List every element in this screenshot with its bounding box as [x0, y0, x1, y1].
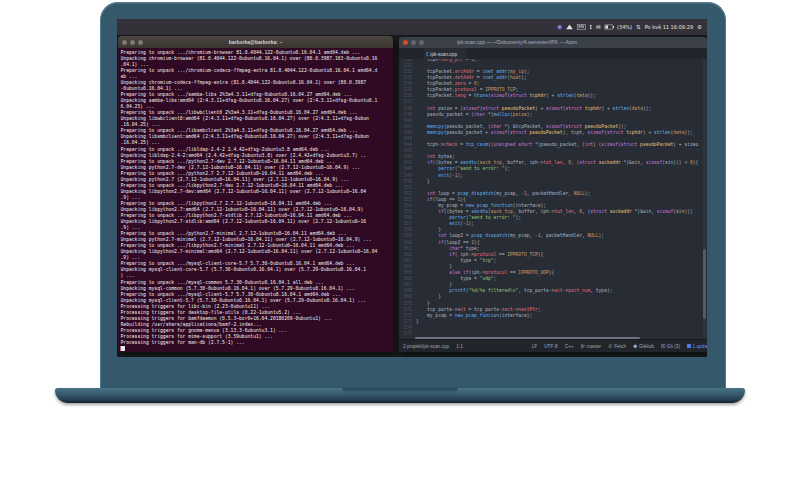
status-cursor-position[interactable]: 1:1: [456, 343, 463, 349]
git-branch-icon: [581, 344, 586, 349]
vertical-scrollbar[interactable]: [703, 59, 706, 340]
status-fetch-button[interactable]: Fetch: [608, 343, 626, 349]
laptop-screen: EN ✉ (34%) ⇅ Po kvě 11 16:09:29 ⚙ barbor…: [117, 19, 707, 357]
battery-percent-label: (34%): [617, 24, 632, 30]
app-indicator-icon[interactable]: [557, 25, 562, 30]
terminal-line: Unpacking libpython2.7-dev:amd64 (2.7.12…: [121, 188, 394, 194]
c-file-icon: C: [426, 51, 429, 57]
terminal-line: Unpacking mysql-client-core-5.7 (5.7.30-…: [121, 267, 394, 273]
terminal-output: Preparing to unpack .../chromium-browser…: [118, 48, 393, 352]
github-icon: [633, 344, 638, 349]
clock[interactable]: Po kvě 11 16:09:29: [645, 24, 693, 30]
atom-titlebar[interactable]: ipk-scan.cpp — ~/Dokumenty/4.semester/IP…: [399, 37, 707, 48]
tab-label: ipk-scan.cpp: [430, 51, 457, 57]
atom-close-button[interactable]: [403, 40, 408, 45]
terminal-line: Preparing to unpack .../chromium-codecs-…: [121, 67, 394, 73]
status-line-ending[interactable]: LF: [532, 343, 538, 349]
terminal-title: barborka@barborka: ~: [118, 36, 393, 48]
code-editor[interactable]: 530 tcph->urg_ptr = 0;531532 tcpPacket.s…: [399, 59, 707, 340]
status-git-button[interactable]: Git (3): [661, 343, 680, 349]
terminal-line: Unpacking chromium-codecs-ffmpeg-extra (…: [121, 79, 394, 85]
laptop-base-notch: [342, 388, 458, 393]
page: EN ✉ (34%) ⇅ Po kvě 11 16:09:29 ⚙ barbor…: [0, 0, 800, 477]
mail-icon[interactable]: ✉: [596, 24, 601, 30]
terminal-titlebar[interactable]: barborka@barborka: ~: [118, 36, 393, 48]
terminal-line: Unpacking libpython2.7:amd64 (2.7.12-1ub…: [121, 206, 394, 212]
terminal-cursor-line: [121, 345, 394, 352]
terminal-line: Unpacking libldap-2.4-2:amd64 (2.4.42+df…: [121, 152, 394, 158]
terminal-line: Unpacking libpython2.7-stdlib:amd64 (2.7…: [121, 218, 394, 224]
code-line: 542 memcpy(pseudo_packet + sizeof(struct…: [399, 129, 707, 135]
code-line: 575: [399, 330, 707, 336]
wifi-icon[interactable]: [566, 25, 573, 30]
terminal-line: Unpacking libsmbclient:amd64 (2:4.3.11+d…: [121, 134, 394, 140]
terminal-cursor: [121, 346, 126, 351]
sync-icon: [608, 344, 613, 349]
terminal-line: Unpacking libpython2.7-minimal:amd64 (2.…: [121, 249, 394, 255]
terminal-line: Unpacking libwbclient0:amd64 (2:4.3.11+d…: [121, 116, 394, 122]
code-lines: 530 tcph->urg_ptr = 0;531532 tcpPacket.s…: [399, 59, 707, 336]
atom-window-title: ipk-scan.cpp — ~/Dokumenty/4.semester/IP…: [457, 37, 707, 48]
network-sync-arrows-icon[interactable]: ⇅: [636, 24, 641, 30]
terminal-window[interactable]: barborka@barborka: ~ Preparing to unpack…: [118, 36, 393, 352]
keyboard-layout-indicator[interactable]: EN: [577, 24, 586, 30]
terminal-line: Unpacking samba-libs:amd64 (2:4.3.11+dfs…: [121, 97, 394, 103]
atom-tab-bar: C ipk-scan.cpp: [399, 48, 707, 59]
line-number: 575: [399, 330, 416, 336]
terminal-body[interactable]: Preparing to unpack .../chromium-browser…: [118, 48, 393, 352]
laptop-lid: EN ✉ (34%) ⇅ Po kvě 11 16:09:29 ⚙ barbor…: [100, 2, 726, 389]
atom-window[interactable]: ipk-scan.cpp — ~/Dokumenty/4.semester/IP…: [399, 37, 707, 352]
status-github-button[interactable]: GitHub: [633, 343, 654, 349]
status-file-path[interactable]: 2 projekt/ipk-scan.cpp: [403, 343, 449, 349]
session-gear-icon[interactable]: ⚙: [697, 24, 702, 30]
git-icon: [661, 344, 666, 349]
atom-status-bar: 2 projekt/ipk-scan.cpp 1:1 LF UTF-8 C++ …: [399, 339, 707, 352]
laptop-base: [55, 388, 745, 403]
status-updates-button[interactable]: 1 update: [687, 343, 707, 349]
vertical-scrollbar-handle[interactable]: [703, 249, 706, 319]
bluetooth-icon[interactable]: [589, 25, 592, 30]
battery-icon[interactable]: [605, 25, 614, 30]
tab-ipk-scan-cpp[interactable]: C ipk-scan.cpp: [424, 48, 466, 59]
status-grammar[interactable]: C++: [565, 343, 574, 349]
status-git-branch[interactable]: master: [581, 343, 602, 349]
ubuntu-top-panel: EN ✉ (34%) ⇅ Po kvě 11 16:09:29 ⚙: [117, 19, 707, 35]
terminal-line: Unpacking mysql-common (5.7.30-0ubuntu0.…: [121, 285, 394, 291]
code-line: 544 tcph->check = tcp_csum((unsigned sho…: [399, 141, 707, 147]
atom-minimize-button[interactable]: [411, 40, 416, 45]
status-encoding[interactable]: UTF-8: [544, 343, 557, 349]
atom-maximize-button[interactable]: [419, 40, 424, 45]
terminal-line: Unpacking chromium-browser (81.0.4044.12…: [121, 55, 394, 61]
system-tray: EN ✉ (34%) ⇅ Po kvě 11 16:09:29 ⚙: [502, 19, 707, 35]
update-package-icon: [687, 344, 691, 348]
